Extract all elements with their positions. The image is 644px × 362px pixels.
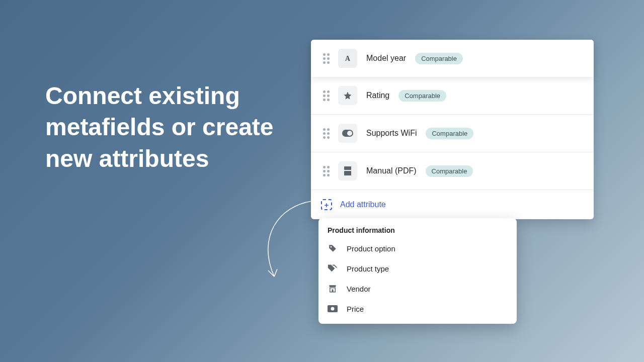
file-type-icon <box>338 161 357 180</box>
svg-rect-7 <box>332 290 334 292</box>
popover-item-label: Vendor <box>347 285 371 293</box>
attribute-row[interactable]: Supports WiFi Comparable <box>311 115 594 152</box>
text-type-icon: A <box>338 49 357 68</box>
comparable-badge: Comparable <box>398 90 446 102</box>
popover-item-label: Product option <box>347 244 395 253</box>
drag-handle-icon[interactable] <box>321 166 331 176</box>
drag-handle-icon[interactable] <box>321 128 331 138</box>
popover-item-label: Price <box>347 305 364 313</box>
comparable-badge: Comparable <box>415 53 463 64</box>
popover-title: Product information <box>318 226 517 238</box>
svg-rect-3 <box>344 166 351 170</box>
svg-text:A: A <box>345 54 351 62</box>
svg-point-9 <box>331 307 335 311</box>
attribute-label: Manual (PDF) <box>366 166 417 175</box>
store-icon <box>328 284 338 294</box>
svg-rect-4 <box>344 171 351 175</box>
product-info-popover: Product information Product option Produ… <box>318 218 517 324</box>
add-icon: + <box>321 199 332 210</box>
popover-item-product-type[interactable]: Product type <box>318 258 517 279</box>
attribute-label: Rating <box>366 91 389 100</box>
svg-point-2 <box>347 131 352 136</box>
add-attribute-button[interactable]: + Add attribute <box>311 190 594 219</box>
drag-handle-icon[interactable] <box>321 53 331 63</box>
money-icon <box>328 304 338 314</box>
attribute-row[interactable]: Rating Comparable <box>311 77 594 115</box>
popover-item-price[interactable]: Price <box>318 299 517 319</box>
popover-item-label: Product type <box>347 264 389 273</box>
comparable-badge: Comparable <box>426 128 473 139</box>
popover-item-product-option[interactable]: Product option <box>318 238 517 258</box>
attributes-panel: A Model year Comparable Rating Comparabl… <box>311 40 594 219</box>
attribute-row[interactable]: A Model year Comparable <box>311 40 594 77</box>
star-type-icon <box>338 86 357 105</box>
page-headline: Connect existing metafields or create ne… <box>45 80 307 174</box>
svg-point-5 <box>331 246 332 248</box>
tags-icon <box>328 263 338 274</box>
attribute-label: Supports WiFi <box>366 129 417 138</box>
tag-icon <box>328 243 338 253</box>
attribute-label: Model year <box>366 54 406 63</box>
drag-handle-icon[interactable] <box>321 90 331 101</box>
toggle-type-icon <box>338 124 357 143</box>
attribute-row[interactable]: Manual (PDF) Comparable <box>311 152 594 190</box>
comparable-badge: Comparable <box>426 165 473 177</box>
add-attribute-label: Add attribute <box>340 200 386 209</box>
popover-item-vendor[interactable]: Vendor <box>318 279 517 299</box>
